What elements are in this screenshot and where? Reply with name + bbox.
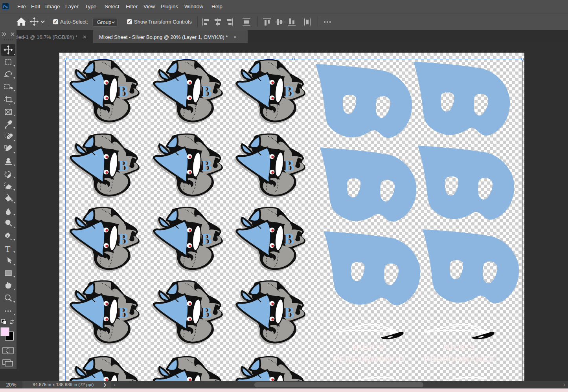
svg-text:T: T [5, 244, 11, 254]
